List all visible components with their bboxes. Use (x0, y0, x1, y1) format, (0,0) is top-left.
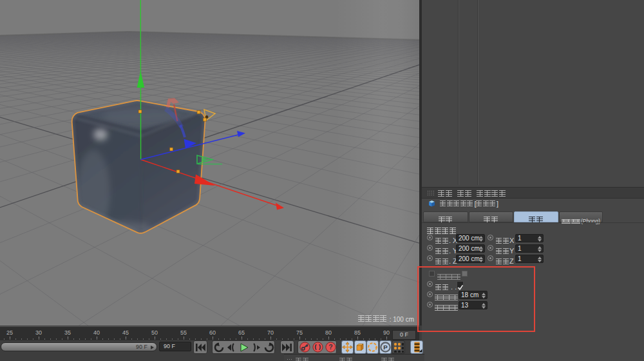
svg-text:P: P (383, 344, 388, 351)
svg-text:?: ? (328, 343, 332, 351)
